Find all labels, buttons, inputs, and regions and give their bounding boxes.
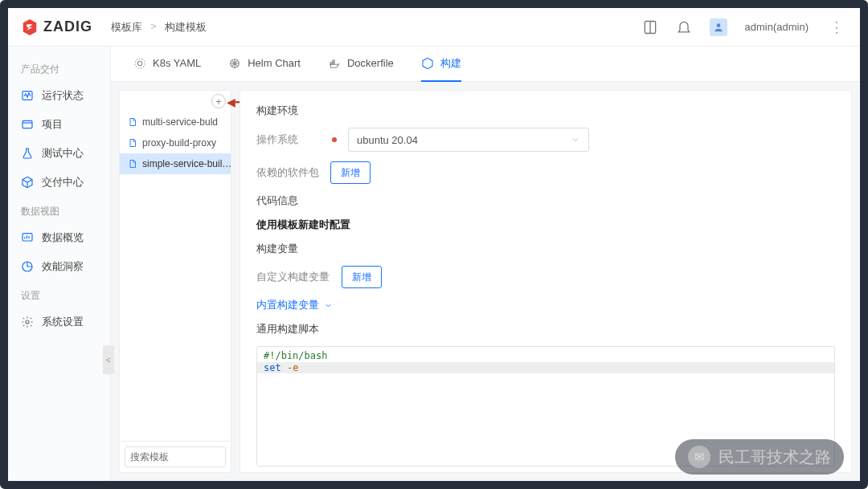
file-icon bbox=[128, 138, 137, 148]
sidebar-item-delivery[interactable]: 交付中心 bbox=[8, 168, 110, 197]
build-form: 构建环境 操作系统 ubuntu 20.04 依赖的软件包 新增 代码信息 bbox=[240, 90, 852, 473]
section-code-title: 代码信息 bbox=[256, 194, 835, 208]
os-select-value: ubuntu 20.04 bbox=[357, 134, 418, 146]
sidebar-item-overview[interactable]: 数据概览 bbox=[8, 223, 110, 252]
svg-rect-4 bbox=[23, 234, 32, 241]
svg-point-8 bbox=[135, 59, 145, 68]
template-item-label: proxy-build-proxy bbox=[142, 137, 216, 149]
add-var-button[interactable]: 新增 bbox=[342, 266, 382, 288]
sidebar-item-label: 交付中心 bbox=[42, 175, 84, 189]
sidebar-item-label: 项目 bbox=[42, 117, 63, 132]
tab-dockerfile[interactable]: Dockerfile bbox=[328, 47, 394, 82]
sidebar-item-project[interactable]: 项目 bbox=[8, 110, 110, 139]
tabbar: K8s YAML Helm Chart Dockerfile 构建 bbox=[111, 47, 860, 82]
avatar[interactable] bbox=[710, 18, 727, 36]
add-template-button[interactable]: + bbox=[211, 94, 226, 108]
sidebar-collapse[interactable]: < bbox=[103, 345, 114, 374]
breadcrumb-current: 构建模板 bbox=[165, 20, 207, 35]
chevron-down-icon bbox=[324, 301, 333, 310]
builtin-var-link[interactable]: 内置构建变量 bbox=[256, 298, 835, 312]
sidebar-item-label: 数据概览 bbox=[42, 230, 84, 245]
section-script-title: 通用构建脚本 bbox=[256, 322, 835, 336]
sidebar: 产品交付 运行状态 项目 测试中心 交付中心 数据视图 数据概览 效能洞察 设置… bbox=[8, 47, 111, 481]
sidebar-item-label: 系统设置 bbox=[42, 315, 84, 329]
breadcrumb-sep: > bbox=[150, 20, 157, 35]
code-line: #!/bin/bash bbox=[264, 350, 828, 361]
breadcrumb-root[interactable]: 模板库 bbox=[111, 20, 142, 35]
tab-label: Dockerfile bbox=[347, 57, 394, 69]
file-icon bbox=[128, 159, 137, 169]
build-icon bbox=[421, 57, 434, 70]
required-dot-icon bbox=[332, 137, 337, 142]
sidebar-item-status[interactable]: 运行状态 bbox=[8, 81, 110, 110]
deps-label: 依赖的软件包 bbox=[256, 165, 319, 180]
tab-build[interactable]: 构建 bbox=[421, 47, 461, 82]
file-icon bbox=[128, 117, 137, 127]
svg-point-6 bbox=[26, 320, 29, 324]
topbar: ZADIG 模板库 > 构建模板 admin(admin) ⋮ bbox=[8, 8, 860, 47]
tab-helm[interactable]: Helm Chart bbox=[228, 47, 301, 82]
sidebar-group: 产品交付 bbox=[8, 55, 110, 81]
svg-point-7 bbox=[137, 61, 141, 65]
docs-icon[interactable] bbox=[642, 19, 658, 35]
tab-k8s-yaml[interactable]: K8s YAML bbox=[133, 47, 201, 82]
flask-icon bbox=[21, 147, 34, 160]
dashboard-icon bbox=[21, 231, 34, 244]
k8s-icon bbox=[133, 57, 146, 70]
script-editor[interactable]: #!/bin/bash set -e bbox=[256, 346, 835, 467]
sidebar-group: 设置 bbox=[8, 281, 110, 308]
template-item[interactable]: simple-service-buil… bbox=[120, 153, 231, 174]
svg-rect-12 bbox=[333, 60, 334, 62]
svg-rect-10 bbox=[330, 62, 332, 63]
template-hint: 使用模板新建时配置 bbox=[256, 218, 835, 232]
tab-label: Helm Chart bbox=[248, 57, 301, 69]
os-select[interactable]: ubuntu 20.04 bbox=[348, 128, 589, 152]
docker-icon bbox=[328, 57, 341, 70]
package-icon bbox=[21, 176, 34, 189]
sidebar-item-label: 运行状态 bbox=[42, 88, 84, 103]
piechart-icon bbox=[21, 260, 34, 273]
template-item-label: simple-service-buil… bbox=[142, 158, 231, 169]
section-env-title: 构建环境 bbox=[256, 104, 835, 118]
project-icon bbox=[21, 118, 34, 131]
user-icon bbox=[713, 22, 724, 33]
tab-label: 构建 bbox=[440, 56, 461, 71]
template-list-pane: + ◀━ multi-service-buld proxy-build-prox… bbox=[119, 90, 231, 473]
os-label: 操作系统 bbox=[256, 132, 319, 147]
tab-label: K8s YAML bbox=[153, 57, 201, 69]
breadcrumb: 模板库 > 构建模板 bbox=[111, 20, 207, 35]
search-input-wrap[interactable] bbox=[125, 446, 226, 467]
sidebar-item-label: 测试中心 bbox=[42, 146, 84, 161]
builtin-var-link-label: 内置构建变量 bbox=[256, 298, 319, 312]
sidebar-item-insight[interactable]: 效能洞察 bbox=[8, 252, 110, 281]
sidebar-item-test[interactable]: 测试中心 bbox=[8, 139, 110, 168]
code-line: set -e bbox=[257, 362, 834, 373]
gear-icon bbox=[21, 316, 34, 328]
sidebar-item-settings[interactable]: 系统设置 bbox=[8, 308, 110, 336]
add-dep-button[interactable]: 新增 bbox=[330, 161, 371, 184]
svg-rect-11 bbox=[333, 62, 334, 63]
logo[interactable]: ZADIG bbox=[21, 18, 111, 36]
customvar-label: 自定义构建变量 bbox=[256, 270, 330, 284]
brand-name: ZADIG bbox=[43, 18, 92, 35]
pulse-icon bbox=[21, 89, 34, 102]
chevron-down-icon bbox=[571, 135, 580, 145]
search-input[interactable] bbox=[130, 451, 251, 463]
svg-rect-3 bbox=[23, 120, 32, 128]
logo-icon bbox=[21, 18, 39, 36]
bell-icon[interactable] bbox=[676, 19, 692, 35]
template-item[interactable]: multi-service-buld bbox=[120, 112, 231, 132]
sidebar-item-label: 效能洞察 bbox=[42, 259, 84, 274]
sidebar-group: 数据视图 bbox=[8, 197, 110, 223]
template-item-label: multi-service-buld bbox=[142, 116, 218, 128]
template-item[interactable]: proxy-build-proxy bbox=[120, 132, 231, 153]
helm-icon bbox=[228, 57, 241, 70]
section-var-title: 构建变量 bbox=[256, 242, 835, 256]
username[interactable]: admin(admin) bbox=[745, 21, 809, 33]
svg-point-1 bbox=[716, 23, 720, 27]
more-icon[interactable]: ⋮ bbox=[826, 18, 847, 36]
